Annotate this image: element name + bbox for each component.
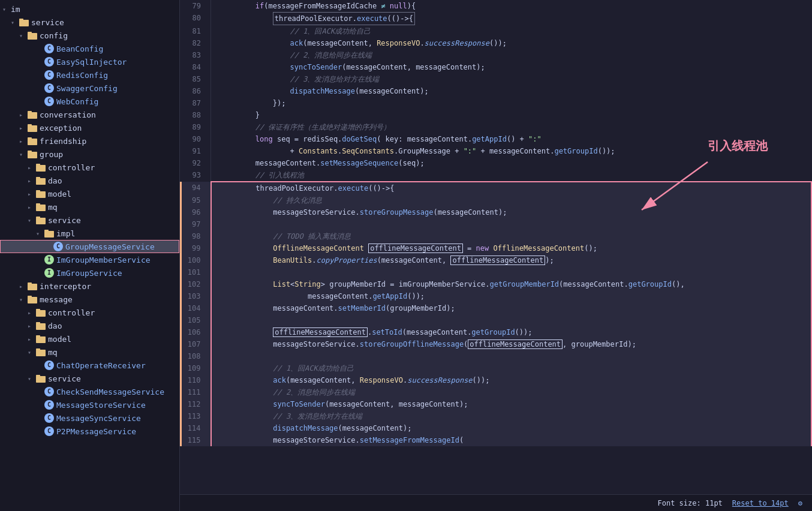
table-row: 104 messageContent.setMemberId(groupMemb… xyxy=(181,302,812,314)
tree-item-interceptor[interactable]: ▸ interceptor xyxy=(0,279,179,293)
file-icon-c: C xyxy=(44,70,54,80)
table-row: 82 ack(messageContent, ResponseVO.succes… xyxy=(181,37,812,49)
table-row: 107 messageStoreService.storeGroupOfflin… xyxy=(181,338,812,350)
table-row: 110 ack(messageContent, ResponseVO.succe… xyxy=(181,374,812,386)
table-row: 97 xyxy=(181,218,812,230)
tree-item-group[interactable]: ▾ group xyxy=(0,148,179,161)
font-size-label: Font size: 11pt xyxy=(657,499,722,507)
tree-item-group-model[interactable]: ▸ model xyxy=(0,187,179,200)
tree-item-exception[interactable]: ▸ exception xyxy=(0,121,179,134)
tree-item-BeanConfig[interactable]: C BeanConfig xyxy=(0,42,179,55)
file-icon-c: C xyxy=(44,400,54,410)
tree-item-im[interactable]: ▾ im xyxy=(0,2,179,16)
svg-rect-16 xyxy=(36,191,46,198)
svg-rect-17 xyxy=(36,190,40,192)
settings-icon[interactable]: ⚙ xyxy=(798,499,802,507)
tree-item-conversation[interactable]: ▸ conversation xyxy=(0,108,179,121)
tree-item-msg-dao[interactable]: ▸ dao xyxy=(0,319,179,332)
tree-item-group-mq[interactable]: ▸ mq xyxy=(0,200,179,214)
bottom-bar: Font size: 11pt Reset to 14pt ⚙ xyxy=(180,494,812,511)
folder-icon xyxy=(36,216,46,224)
svg-rect-22 xyxy=(44,231,54,238)
svg-rect-25 xyxy=(28,282,32,284)
table-row: 86 dispatchMessage(messageContent); xyxy=(181,85,812,97)
table-row: 93 // 引入线程池 xyxy=(181,169,812,182)
table-row: 99 OfflineMessageContent offlineMessageC… xyxy=(181,242,812,254)
folder-icon xyxy=(28,124,37,132)
svg-rect-20 xyxy=(36,218,46,224)
tree-item-ImGroupMemberService[interactable]: I ImGroupMemberService xyxy=(0,253,179,266)
svg-rect-18 xyxy=(36,205,46,211)
svg-rect-36 xyxy=(36,376,46,383)
tree-item-MessageSyncService[interactable]: C MessageSyncService xyxy=(0,411,179,425)
folder-icon xyxy=(28,282,37,290)
table-row: 80 threadPoolExecutor.execute(()->{ xyxy=(181,12,812,25)
table-row: 89 // 保证有序性（生成绝对递增的序列号） xyxy=(181,121,812,133)
tree-item-message[interactable]: ▾ message xyxy=(0,293,179,306)
tree-item-msg-model[interactable]: ▸ model xyxy=(0,332,179,345)
tree-item-msg-mq[interactable]: ▾ mq xyxy=(0,345,179,359)
tree-item-friendship[interactable]: ▸ friendship xyxy=(0,134,179,148)
tree-item-MessageStoreService[interactable]: C MessageStoreService xyxy=(0,398,179,411)
table-row: 85 // 3、发消息给对方在线端 xyxy=(181,73,812,85)
svg-rect-30 xyxy=(36,323,46,330)
svg-rect-33 xyxy=(36,335,40,337)
code-editor: 79 if(messageFromMessageIdCache ≠ null){… xyxy=(180,0,812,511)
tree-item-P2PMessageService[interactable]: C P2PMessageService xyxy=(0,425,179,438)
tree-item-group-service[interactable]: ▾ service xyxy=(0,214,179,227)
svg-rect-12 xyxy=(36,165,46,172)
table-row: 92 messageContent.setMessageSequence(seq… xyxy=(181,157,812,169)
table-row: 115 messageStoreService.setMessageFromMe… xyxy=(181,434,812,446)
svg-rect-27 xyxy=(28,296,32,297)
reset-font-link[interactable]: Reset to 14pt xyxy=(732,499,789,507)
table-row: 94 threadPoolExecutor.execute(()->{ xyxy=(181,182,812,194)
table-row: 103 messageContent.getAppId()); xyxy=(181,290,812,302)
tree-item-ImGroupService[interactable]: I ImGroupService xyxy=(0,266,179,279)
folder-icon xyxy=(28,137,37,145)
tree-item-msg-service[interactable]: ▾ service xyxy=(0,372,179,385)
tree-item-EasySqlInjector[interactable]: C EasySqlInjector xyxy=(0,55,179,68)
table-row: 81 // 1、回ACK成功给自己 xyxy=(181,25,812,37)
svg-rect-14 xyxy=(36,178,46,185)
file-icon-c: C xyxy=(44,83,54,93)
tree-item-RedisConfig[interactable]: C RedisConfig xyxy=(0,68,179,82)
svg-rect-7 xyxy=(28,124,32,126)
tree-item-msg-controller[interactable]: ▸ controller xyxy=(0,306,179,319)
tree-item-service-top[interactable]: ▾ service xyxy=(0,16,179,29)
file-icon-c: C xyxy=(44,97,54,106)
tree-item-impl[interactable]: ▾ impl xyxy=(0,227,179,240)
svg-rect-4 xyxy=(28,112,37,119)
svg-rect-37 xyxy=(36,375,40,377)
tree-item-SwaggerConfig[interactable]: C SwaggerConfig xyxy=(0,82,179,95)
table-row: 105 xyxy=(181,314,812,326)
svg-rect-10 xyxy=(28,152,37,158)
file-icon-c: C xyxy=(53,242,63,251)
file-icon-i: I xyxy=(44,255,54,264)
svg-rect-9 xyxy=(28,137,32,139)
svg-rect-32 xyxy=(36,336,46,343)
table-row: 90 long seq = redisSeq.doGetSeq( key: me… xyxy=(181,133,812,145)
table-row: 114 dispatchMessage(messageContent); xyxy=(181,422,812,434)
tree-item-WebConfig[interactable]: C WebConfig xyxy=(0,95,179,108)
tree-item-group-controller[interactable]: ▸ controller xyxy=(0,161,179,174)
tree-item-CheckSendMessageService[interactable]: C CheckSendMessageService xyxy=(0,385,179,398)
folder-icon xyxy=(36,374,46,383)
folder-icon xyxy=(28,295,37,303)
svg-rect-24 xyxy=(28,284,37,290)
folder-icon xyxy=(36,321,46,330)
table-row: 112 syncToSender(messageContent, message… xyxy=(181,398,812,410)
tree-item-group-dao[interactable]: ▸ dao xyxy=(0,174,179,187)
table-row: 113 // 3、发消息给对方在线端 xyxy=(181,410,812,422)
file-icon-c: C xyxy=(44,426,54,436)
table-row: 98 // TODO 插入离线消息 xyxy=(181,230,812,242)
tree-item-ChatOperateReceiver[interactable]: C ChatOperateReceiver xyxy=(0,359,179,372)
svg-rect-29 xyxy=(36,309,40,311)
tree-item-GroupMessageService[interactable]: C GroupMessageService xyxy=(0,240,179,253)
tree-item-config[interactable]: ▾ config xyxy=(0,29,179,42)
folder-icon xyxy=(36,308,46,317)
table-row: 83 // 2、消息给同步在线端 xyxy=(181,49,812,61)
file-icon-c: C xyxy=(44,57,54,67)
folder-icon xyxy=(44,229,54,238)
file-icon-c: C xyxy=(44,413,54,423)
file-icon-c: C xyxy=(44,360,54,370)
